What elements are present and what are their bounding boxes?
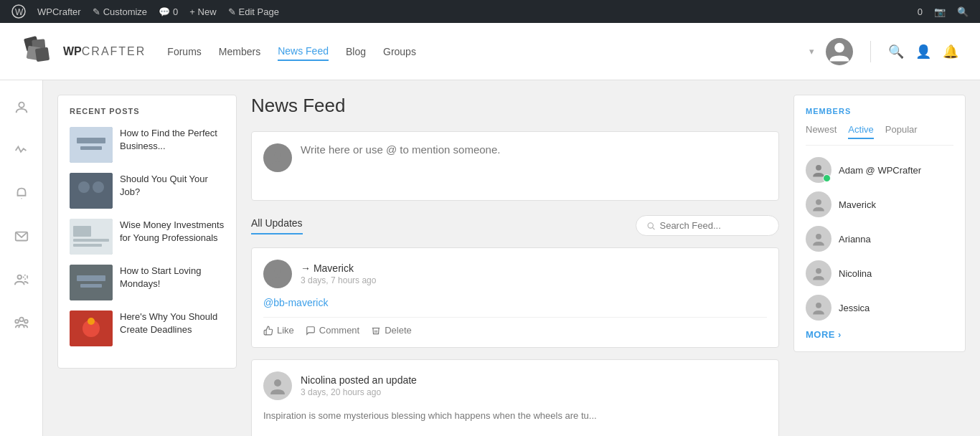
activity-time-nicolina: 3 days, 20 hours ago <box>301 387 767 397</box>
delete-icon <box>371 326 381 336</box>
admin-bar-edit-page[interactable]: ✎ Edit Page <box>222 0 285 23</box>
post-title-2[interactable]: Should You Quit Your Job? <box>120 173 225 199</box>
site-logo[interactable]: WPCRAFTER <box>22 34 146 70</box>
comment-button[interactable]: Comment <box>306 325 359 336</box>
post-thumbnail-1 <box>70 127 113 163</box>
activity-meta-maverick: → Maverick 3 days, 7 hours ago <box>301 262 767 285</box>
activity-avatar-maverick <box>263 260 292 288</box>
list-item: Should You Quit Your Job? <box>70 173 225 209</box>
post-input[interactable] <box>301 143 767 186</box>
admin-bar-customize[interactable]: ✎ Customize <box>87 0 153 23</box>
member-name-jessica[interactable]: Jessica <box>839 303 870 313</box>
edit-icon: ✎ <box>228 6 236 17</box>
updates-row: All Updates <box>251 215 779 236</box>
list-item: How to Start Loving Mondays! <box>70 265 225 300</box>
search-icon[interactable]: 🔍 <box>888 44 904 60</box>
nav-groups[interactable]: Groups <box>383 43 416 60</box>
admin-bar-counter[interactable]: 0 <box>912 0 928 23</box>
members-panel: MEMBERS Newest Active Popular Adam @ WPC… <box>793 95 966 352</box>
write-post-box <box>251 131 779 201</box>
header-dropdown-trigger[interactable]: ▾ <box>809 46 814 57</box>
svg-point-35 <box>274 379 281 387</box>
member-name-maverick[interactable]: Maverick <box>839 199 876 210</box>
nav-blog[interactable]: Blog <box>346 43 366 60</box>
admin-bar-new[interactable]: + New <box>184 0 222 23</box>
bell-icon[interactable]: 🔔 <box>943 44 958 60</box>
admin-bar-search[interactable]: 🔍 <box>951 0 974 23</box>
list-item: Here's Why You Should Create Deadlines <box>70 311 225 346</box>
admin-bar-comments[interactable]: 💬 0 <box>153 0 184 23</box>
svg-rect-24 <box>73 244 102 247</box>
page-wrapper: RECENT POSTS How to Find the Perfect Bus… <box>43 80 980 436</box>
member-name-nicolina[interactable]: Nicolina <box>839 268 872 279</box>
left-sidebar <box>0 80 43 436</box>
like-button[interactable]: Like <box>263 325 294 336</box>
svg-point-6 <box>834 42 844 52</box>
member-name-arianna[interactable]: Arianna <box>839 234 871 245</box>
delete-button[interactable]: Delete <box>371 325 412 336</box>
activity-action-maverick: → Maverick <box>301 262 767 274</box>
member-item-arianna: Arianna <box>806 226 953 252</box>
post-thumbnail-5 <box>70 311 113 346</box>
svg-point-34 <box>274 267 281 275</box>
svg-rect-23 <box>73 239 109 242</box>
post-thumbnail-3 <box>70 219 113 255</box>
admin-bar-wpcrafter[interactable]: WPCrafter <box>32 0 87 23</box>
svg-rect-26 <box>77 275 105 281</box>
activity-actions-maverick: Like Comment Delete <box>263 317 767 336</box>
main-feed: News Feed All Updates <box>251 95 779 436</box>
svg-point-32 <box>648 222 653 227</box>
logo-icon <box>22 34 57 70</box>
search-feed-box[interactable] <box>636 215 779 236</box>
all-updates-tab[interactable]: All Updates <box>251 217 303 234</box>
admin-bar-customize-label: Customize <box>103 6 147 17</box>
member-avatar-maverick[interactable] <box>806 191 831 217</box>
svg-point-38 <box>816 234 821 240</box>
recent-posts-title: RECENT POSTS <box>70 107 225 115</box>
member-avatar-jessica[interactable] <box>806 295 831 321</box>
member-avatar-nicolina[interactable] <box>806 260 831 286</box>
sidebar-icon-message[interactable] <box>9 224 34 250</box>
sidebar-icon-user[interactable] <box>9 95 34 120</box>
member-item-nicolina: Nicolina <box>806 260 953 286</box>
sidebar-icon-bell[interactable] <box>9 181 34 207</box>
members-tab-popular[interactable]: Popular <box>885 124 918 139</box>
post-title-3[interactable]: Wise Money Investments for Young Profess… <box>120 219 225 245</box>
search-feed-icon <box>646 221 655 231</box>
sidebar-icon-activity[interactable] <box>9 138 34 164</box>
admin-bar-wp-logo[interactable]: W <box>6 0 32 23</box>
svg-point-11 <box>23 275 27 280</box>
activity-header-maverick: → Maverick 3 days, 7 hours ago <box>263 260 767 288</box>
profile-icon[interactable]: 👤 <box>915 44 931 60</box>
admin-bar-photo[interactable]: 📷 <box>928 0 951 23</box>
more-members-link[interactable]: MORE › <box>806 329 953 340</box>
nav-members[interactable]: Members <box>219 43 260 60</box>
svg-rect-25 <box>70 265 113 300</box>
list-item: How to Find the Perfect Business... <box>70 127 225 163</box>
sidebar-icon-friends[interactable] <box>9 267 34 293</box>
admin-bar-wpcrafter-label: WPCrafter <box>37 6 81 17</box>
search-feed-input[interactable] <box>659 220 768 231</box>
nav-forums[interactable]: Forums <box>167 43 201 60</box>
post-title-5[interactable]: Here's Why You Should Create Deadlines <box>120 311 225 336</box>
admin-bar-right: 0 📷 🔍 <box>912 0 974 23</box>
svg-point-20 <box>93 181 104 193</box>
members-tab-newest[interactable]: Newest <box>806 124 837 139</box>
member-avatar-adam[interactable] <box>806 157 831 183</box>
post-title-1[interactable]: How to Find the Perfect Business... <box>120 127 225 153</box>
member-item-jessica: Jessica <box>806 295 953 321</box>
post-title-4[interactable]: How to Start Loving Mondays! <box>120 265 225 290</box>
nicolina-post-text: Inspiration is some mysterious blessing … <box>263 409 767 423</box>
post-input-area[interactable] <box>301 143 767 189</box>
admin-bar-new-label: + New <box>189 6 216 17</box>
sidebar-icon-groups[interactable] <box>9 310 34 336</box>
members-tab-active[interactable]: Active <box>848 124 873 139</box>
svg-point-7 <box>19 103 24 108</box>
activity-link-maverick[interactable]: @bb-maverick <box>263 297 328 308</box>
member-avatar-arianna[interactable] <box>806 226 831 252</box>
nav-news-feed[interactable]: News Feed <box>278 42 329 61</box>
admin-bar-counter-value: 0 <box>918 6 923 17</box>
header-avatar[interactable] <box>826 38 853 65</box>
member-name-adam[interactable]: Adam @ WPCrafter <box>839 165 921 176</box>
admin-bar-comment-count: 0 <box>173 6 178 17</box>
